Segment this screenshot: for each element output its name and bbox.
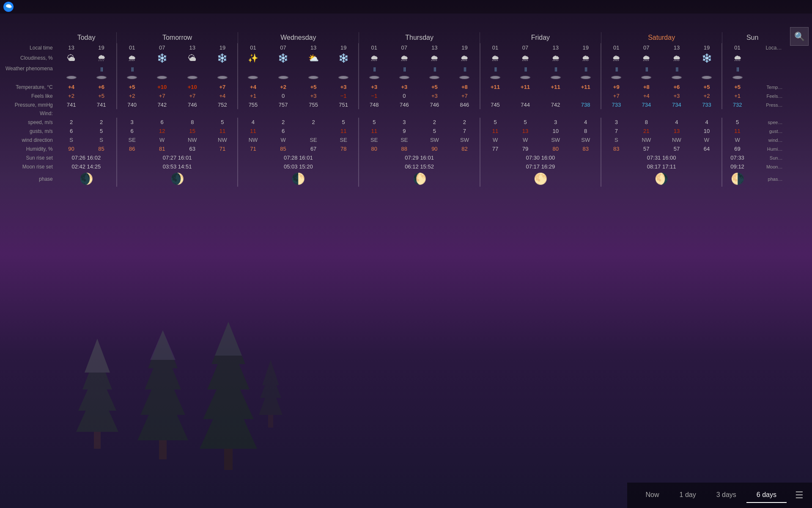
day-thursday: Thursday xyxy=(359,32,480,43)
location-header: 🔍 xyxy=(0,14,812,32)
mist-icon-row xyxy=(0,73,812,83)
svg-rect-65 xyxy=(224,449,233,470)
day-sunday: Sun xyxy=(722,32,782,43)
svg-marker-50 xyxy=(82,351,112,389)
svg-point-32 xyxy=(491,76,499,79)
svg-marker-64 xyxy=(200,385,257,449)
svg-marker-62 xyxy=(207,339,250,389)
svg-point-4 xyxy=(67,76,76,79)
svg-point-14 xyxy=(218,76,227,79)
svg-point-48 xyxy=(733,76,742,79)
day-saturday: Saturday xyxy=(601,32,722,43)
search-button[interactable]: 🔍 xyxy=(790,27,809,46)
svg-marker-49 xyxy=(85,339,110,373)
svg-point-16 xyxy=(249,76,257,79)
nav-3days[interactable]: 3 days xyxy=(706,488,746,503)
nav-menu[interactable]: ☰ xyxy=(795,490,804,501)
svg-point-28 xyxy=(430,76,439,79)
weather-table-container: Today Tomorrow Wednesday Thursday Friday… xyxy=(0,32,812,187)
moon-rise-set-row: Moon rise set02:42 14:2503:53 14:5105:03… xyxy=(0,162,812,171)
nav-1day[interactable]: 1 day xyxy=(669,488,706,503)
svg-point-30 xyxy=(460,76,469,79)
svg-rect-59 xyxy=(159,440,167,459)
day-friday: Friday xyxy=(480,32,601,43)
svg-point-22 xyxy=(339,76,348,79)
day-headers-row: Today Tomorrow Wednesday Thursday Friday… xyxy=(0,32,812,43)
svg-point-6 xyxy=(97,76,106,79)
sun-rise-set-row: Sun rise set07:26 16:0207:27 16:0107:28 … xyxy=(0,153,812,162)
svg-marker-67 xyxy=(262,360,279,385)
background-decoration xyxy=(0,296,812,508)
svg-point-20 xyxy=(309,76,318,79)
day-wednesday: Wednesday xyxy=(238,32,359,43)
nav-now[interactable]: Now xyxy=(636,488,669,503)
nav-6days[interactable]: 6 days xyxy=(746,488,787,503)
svg-marker-55 xyxy=(148,330,178,368)
cloudiness-row: Cloudiness, %🌥🌨🌧❄️🌥❄️✨❄️⛅❄️🌧🌧🌧🌧🌧🌧🌧🌧🌧🌧🌧❄️… xyxy=(0,52,812,64)
svg-point-34 xyxy=(521,76,529,79)
svg-point-42 xyxy=(642,76,650,79)
svg-point-2 xyxy=(8,6,12,8)
wind-header-row: Wind: xyxy=(0,109,812,118)
bottom-navigation: Now 1 day 3 days 6 days ☰ xyxy=(627,483,812,508)
local-time-row: Local time131901071319010713190107131901… xyxy=(0,43,812,52)
temperature-row: Temperature, °C+4+6+5+10+10+7+4+2+5+3+3+… xyxy=(0,83,812,91)
weather-phenomena-row: Weather phenomena| | || | || | || | || |… xyxy=(0,64,812,73)
svg-point-8 xyxy=(128,76,136,79)
pressure-row: Pressure, mmHg74174174074274675275575775… xyxy=(0,100,812,109)
svg-point-26 xyxy=(400,76,409,79)
svg-marker-66 xyxy=(215,322,242,356)
svg-marker-69 xyxy=(259,383,283,415)
weather-table: Today Tomorrow Wednesday Thursday Friday… xyxy=(0,32,812,187)
svg-point-12 xyxy=(188,76,197,79)
svg-marker-54 xyxy=(85,339,110,373)
svg-marker-57 xyxy=(140,364,185,415)
feels-like-row: Feels like+2+5+2+7+7+4+10+3−1−10+3+7+7+4… xyxy=(0,91,812,100)
svg-point-36 xyxy=(551,76,560,79)
svg-marker-58 xyxy=(137,383,188,440)
moon-phase-row: phase🌒🌒🌓🌔🌕🌖🌗phas… xyxy=(0,171,812,187)
svg-rect-70 xyxy=(268,415,273,428)
search-icon: 🔍 xyxy=(794,31,805,41)
svg-point-10 xyxy=(158,76,166,79)
day-today: Today xyxy=(56,32,117,43)
svg-rect-53 xyxy=(94,432,101,449)
svg-marker-51 xyxy=(78,368,116,411)
top-bar xyxy=(0,0,812,14)
app-logo xyxy=(3,2,14,12)
svg-point-44 xyxy=(672,76,681,79)
svg-point-40 xyxy=(612,76,620,79)
wind-speed-row: speed, m/s22368542255322553438445spee… xyxy=(0,118,812,127)
svg-point-18 xyxy=(279,76,288,79)
svg-marker-68 xyxy=(260,370,281,398)
humidity-row: Humidity, %90858681637171856778808890827… xyxy=(0,144,812,153)
svg-marker-52 xyxy=(76,385,118,432)
svg-point-24 xyxy=(370,76,379,79)
wind-direction-row: wind directionSSSEWNWNWNWWSESESESESWSWWW… xyxy=(0,135,812,144)
day-tomorrow: Tomorrow xyxy=(117,32,238,43)
svg-point-46 xyxy=(702,76,711,79)
svg-marker-56 xyxy=(145,345,181,389)
svg-point-38 xyxy=(582,76,590,79)
svg-marker-63 xyxy=(203,364,254,419)
svg-marker-61 xyxy=(211,322,245,364)
svg-marker-60 xyxy=(150,330,176,360)
wind-gusts-row: gusts, m/s656121511116111195711131087211… xyxy=(0,127,812,135)
